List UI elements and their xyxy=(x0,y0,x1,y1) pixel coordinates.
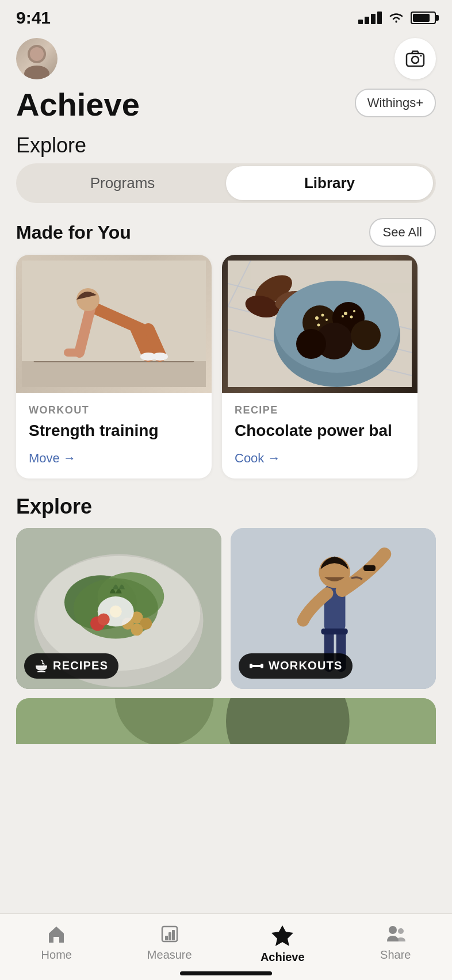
workouts-icon xyxy=(249,659,264,673)
workout-image-bg xyxy=(16,255,212,393)
svg-point-16 xyxy=(140,353,156,361)
workouts-explore-card[interactable]: WORKOUTS xyxy=(231,528,436,689)
nav-measure-label: Measure xyxy=(147,948,192,962)
svg-rect-66 xyxy=(261,664,263,668)
nav-share-label: Share xyxy=(380,948,411,962)
battery-icon xyxy=(411,12,436,24)
svg-point-49 xyxy=(131,623,143,636)
svg-point-53 xyxy=(98,613,110,625)
svg-rect-72 xyxy=(168,932,171,940)
svg-point-32 xyxy=(315,316,319,320)
home-icon xyxy=(45,923,67,945)
explore-section: Explore xyxy=(0,478,452,689)
svg-rect-6 xyxy=(22,358,206,387)
workout-card[interactable]: WORKOUT Strength training Move → xyxy=(16,255,212,478)
svg-point-39 xyxy=(342,315,344,317)
recipe-category: RECIPE xyxy=(235,404,405,416)
made-for-you-title: Made for You xyxy=(16,222,131,243)
achieve-icon xyxy=(270,923,294,947)
recipe-card-image xyxy=(222,255,417,393)
avatar-image xyxy=(16,38,58,79)
tab-programs[interactable]: Programs xyxy=(19,166,226,200)
svg-rect-71 xyxy=(165,936,168,940)
nav-home-label: Home xyxy=(41,948,72,962)
svg-point-37 xyxy=(350,316,353,319)
workout-card-body: WORKOUT Strength training Move → xyxy=(16,393,212,478)
partial-explore-card xyxy=(16,698,436,744)
camera-button[interactable] xyxy=(394,38,436,79)
page-header: Achieve Withings+ xyxy=(0,84,452,123)
explore-heading: Explore xyxy=(0,123,452,163)
svg-point-4 xyxy=(412,56,419,63)
svg-point-76 xyxy=(398,928,404,934)
recipe-name: Chocolate power bal xyxy=(235,421,405,441)
measure-icon xyxy=(159,923,181,945)
recipes-explore-card[interactable]: RECIPES xyxy=(16,528,221,689)
see-all-button[interactable]: See All xyxy=(369,218,436,247)
svg-rect-63 xyxy=(363,565,376,571)
nav-share[interactable]: Share xyxy=(339,923,453,980)
workouts-label: WORKOUTS xyxy=(239,653,353,679)
svg-point-5 xyxy=(420,55,422,57)
workout-illustration xyxy=(22,261,206,387)
svg-point-36 xyxy=(344,312,347,315)
bottom-nav: Home Measure Achieve Share xyxy=(0,913,452,980)
camera-icon xyxy=(405,48,426,69)
nav-home[interactable]: Home xyxy=(0,923,113,980)
signal-icon xyxy=(358,12,382,24)
svg-point-1 xyxy=(24,66,49,79)
tabs-container: Programs Library xyxy=(16,163,436,203)
workout-card-image xyxy=(16,255,212,393)
nav-achieve-label: Achieve xyxy=(261,951,305,964)
wifi-icon xyxy=(388,12,405,24)
status-time: 9:41 xyxy=(16,8,51,28)
made-for-you-header: Made for You See All xyxy=(0,203,452,255)
svg-point-2 xyxy=(30,47,44,61)
status-icons xyxy=(358,12,436,24)
recipe-image-bg xyxy=(222,255,417,393)
explore-section-title: Explore xyxy=(16,495,436,519)
cards-scroll: WORKOUT Strength training Move → xyxy=(0,255,452,478)
svg-point-38 xyxy=(353,310,355,312)
svg-point-75 xyxy=(389,926,397,934)
avatar[interactable] xyxy=(16,38,58,79)
svg-point-14 xyxy=(76,288,99,311)
svg-rect-62 xyxy=(321,628,348,634)
svg-point-35 xyxy=(317,324,320,327)
withings-plus-button[interactable]: Withings+ xyxy=(355,89,436,117)
svg-point-69 xyxy=(226,698,350,744)
svg-point-33 xyxy=(321,314,324,317)
svg-marker-74 xyxy=(271,925,293,946)
recipe-link[interactable]: Cook → xyxy=(235,451,405,466)
workout-link[interactable]: Move → xyxy=(29,451,199,466)
workout-category: WORKOUT xyxy=(29,404,199,416)
svg-point-31 xyxy=(296,329,326,359)
share-icon xyxy=(385,923,407,945)
recipes-icon xyxy=(35,659,48,673)
page-title: Achieve xyxy=(16,89,140,121)
svg-point-51 xyxy=(110,605,122,617)
svg-rect-64 xyxy=(250,664,252,668)
recipes-label-text: RECIPES xyxy=(53,659,108,672)
svg-point-34 xyxy=(325,319,328,321)
svg-rect-73 xyxy=(172,930,175,940)
home-indicator xyxy=(180,971,272,975)
workout-name: Strength training xyxy=(29,421,199,441)
recipe-card[interactable]: RECIPE Chocolate power bal Cook → xyxy=(222,255,417,478)
recipe-card-body: RECIPE Chocolate power bal Cook → xyxy=(222,393,417,478)
workouts-label-text: WORKOUTS xyxy=(269,659,342,672)
header xyxy=(0,31,452,84)
explore-grid: RECIPES xyxy=(16,528,436,689)
svg-rect-65 xyxy=(252,665,261,667)
status-bar: 9:41 xyxy=(0,0,452,31)
tab-library[interactable]: Library xyxy=(226,166,433,200)
svg-point-30 xyxy=(351,320,381,350)
recipes-label: RECIPES xyxy=(24,653,118,679)
recipe-illustration xyxy=(228,261,412,387)
partial-image xyxy=(16,698,436,744)
